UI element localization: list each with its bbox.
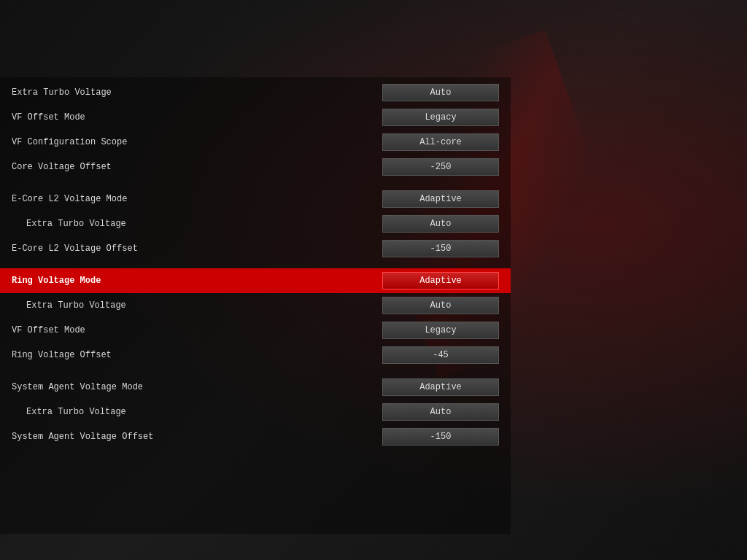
extra-turbo-1-value[interactable]: Auto [382, 84, 499, 101]
settings-list: Extra Turbo Voltage Auto VF Offset Mode … [0, 77, 511, 534]
setting-row-vf-offset-mode-2: VF Offset Mode Legacy [0, 318, 511, 343]
extra-turbo-3-label: Extra Turbo Voltage [12, 300, 382, 311]
vf-offset-mode-2-label: VF Offset Mode [12, 325, 382, 335]
ring-voltage-offset-value[interactable]: -45 [382, 346, 499, 364]
system-agent-voltage-mode-value[interactable]: Adaptive [382, 378, 499, 396]
vf-offset-mode-value[interactable]: Legacy [382, 109, 499, 126]
setting-row-ring-voltage-mode[interactable]: Ring Voltage Mode Adaptive [0, 268, 511, 293]
setting-row-ecore-l2-voltage-offset: E-Core L2 Voltage Offset -150 [0, 236, 511, 261]
extra-turbo-1-label: Extra Turbo Voltage [12, 88, 382, 98]
extra-turbo-2-value[interactable]: Auto [382, 215, 499, 233]
ecore-l2-voltage-offset-label: E-Core L2 Voltage Offset [12, 244, 382, 254]
setting-row-vf-config-scope: VF Configuration Scope All-core [0, 130, 511, 155]
setting-row-system-agent-voltage-mode: System Agent Voltage Mode Adaptive [0, 375, 511, 400]
extra-turbo-4-value[interactable]: Auto [382, 403, 499, 421]
setting-row-ring-voltage-offset: Ring Voltage Offset -45 [0, 343, 511, 368]
setting-row-ecore-l2-voltage-mode: E-Core L2 Voltage Mode Adaptive [0, 187, 511, 211]
setting-row-core-voltage-offset: Core Voltage Offset -250 [0, 155, 511, 179]
extra-turbo-4-label: Extra Turbo Voltage [12, 407, 382, 417]
core-voltage-offset-label: Core Voltage Offset [12, 162, 382, 172]
ring-voltage-mode-label: Ring Voltage Mode [12, 276, 382, 286]
ring-voltage-offset-label: Ring Voltage Offset [12, 350, 382, 360]
vf-config-scope-label: VF Configuration Scope [12, 137, 382, 147]
system-agent-voltage-offset-value[interactable]: -150 [382, 428, 499, 446]
setting-row-system-agent-voltage-offset: System Agent Voltage Offset -150 [0, 424, 511, 449]
system-agent-voltage-offset-label: System Agent Voltage Offset [12, 432, 382, 442]
setting-row-extra-turbo-2: Extra Turbo Voltage Auto [0, 211, 511, 236]
vf-config-scope-value[interactable]: All-core [382, 133, 499, 151]
setting-row-extra-turbo-1: Extra Turbo Voltage Auto [0, 80, 511, 105]
ecore-l2-voltage-mode-value[interactable]: Adaptive [382, 190, 499, 208]
vf-offset-mode-label: VF Offset Mode [12, 112, 382, 122]
ring-voltage-mode-value[interactable]: Adaptive [382, 272, 499, 289]
setting-row-extra-turbo-3: Extra Turbo Voltage Auto [0, 293, 511, 318]
extra-turbo-3-value[interactable]: Auto [382, 297, 499, 314]
system-agent-voltage-mode-label: System Agent Voltage Mode [12, 382, 382, 392]
ecore-l2-voltage-offset-value[interactable]: -150 [382, 240, 499, 257]
core-voltage-offset-value[interactable]: -250 [382, 158, 499, 176]
ecore-l2-voltage-mode-label: E-Core L2 Voltage Mode [12, 194, 382, 204]
vf-offset-mode-2-value[interactable]: Legacy [382, 322, 499, 339]
extra-turbo-2-label: Extra Turbo Voltage [12, 219, 382, 229]
setting-row-extra-turbo-4: Extra Turbo Voltage Auto [0, 400, 511, 424]
settings-panel: Extra Turbo Voltage Auto VF Offset Mode … [0, 77, 511, 534]
setting-row-vf-offset-mode: VF Offset Mode Legacy [0, 105, 511, 130]
main-container: Easy Mode (F6) A PHANTOM GAMING UEFI ≡ M… [0, 0, 747, 560]
